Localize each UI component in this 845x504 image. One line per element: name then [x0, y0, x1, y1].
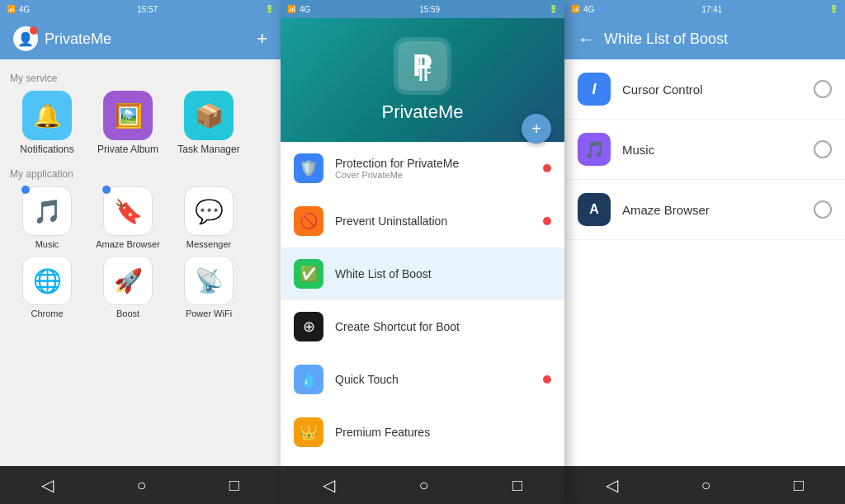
my-service-label: My service: [10, 73, 271, 84]
menu-item-protection[interactable]: 🛡️ Protection for PrivateMe Cover Privat…: [281, 142, 564, 195]
app-item-powerwifi[interactable]: 📡 Power WiFi: [172, 256, 246, 318]
time-p3: 17:41: [701, 5, 722, 14]
panel2-app-name: PrivateMe: [381, 101, 463, 123]
private-album-icon: 🖼️: [103, 91, 153, 140]
menu-item-quicktouch[interactable]: 💧 Quick Touch: [281, 353, 564, 406]
add-button-p2[interactable]: +: [522, 114, 551, 144]
task-manager-icon: 📦: [184, 91, 234, 140]
panel2-logo: P: [394, 37, 451, 95]
amaze-dot: [102, 186, 111, 194]
whitelist-content: I Cursor Control 🎵 Music A Amaze Browser: [564, 59, 845, 466]
panel2-wrapper: 📶 4G 15:59 🔋 P: [281, 0, 564, 504]
quicktouch-label: Quick Touch: [335, 373, 531, 386]
quicktouch-text-block: Quick Touch: [335, 373, 531, 386]
signal-icon-p3: 📶: [571, 5, 580, 13]
messenger-label: Messenger: [186, 239, 231, 249]
app-item-chrome[interactable]: 🌐 Chrome: [10, 256, 84, 318]
chrome-icon: 🌐: [22, 256, 72, 305]
shortcut-label: Create Shortcut for Boot: [335, 320, 551, 333]
whitelist-label: White List of Boost: [335, 267, 551, 280]
cursor-label: Cursor Control: [622, 82, 802, 97]
home-button-p3[interactable]: ○: [701, 476, 710, 495]
menu-item-help[interactable]: ❓ Help: [281, 459, 564, 466]
time-p1: 15:57: [137, 5, 158, 14]
back-button-p3-nav[interactable]: ◁: [606, 475, 618, 495]
amaze-wl-label: Amaze Browser: [622, 203, 802, 217]
prevent-dot: [543, 217, 551, 225]
notifications-label: Notifications: [20, 144, 73, 155]
statusbar-right-p3: 🔋: [829, 5, 838, 13]
app-item-private-album[interactable]: 🖼️ Private Album: [91, 91, 165, 155]
panel3-title: White List of Boost: [604, 31, 728, 48]
app-item-music[interactable]: 🎵 Music: [10, 186, 84, 249]
back-button-p1[interactable]: ◁: [41, 475, 54, 495]
boost-label: Boost: [116, 309, 139, 318]
navbar-panel2: ◁ ○ □: [281, 466, 564, 504]
music-wl-label: Music: [622, 143, 802, 157]
protection-icon: 🛡️: [294, 153, 323, 183]
premium-text-block: Premium Features: [335, 426, 551, 439]
signal-icon-p1: 📶: [7, 5, 16, 13]
app-item-amaze[interactable]: 🔖 Amaze Browser: [91, 186, 165, 249]
navbar-panel1: ◁ ○ □: [0, 466, 281, 504]
panel2-drawer: 📶 4G 15:59 🔋 P: [281, 0, 564, 504]
home-button-p2[interactable]: ○: [418, 476, 428, 495]
home-button-p1[interactable]: ○: [136, 476, 146, 495]
app-title: PrivateMe: [45, 31, 111, 48]
whitelist-item-amaze[interactable]: A Amaze Browser: [564, 180, 845, 240]
recents-button-p3[interactable]: □: [794, 476, 804, 495]
panel1-privateme: 📶 4G 15:57 🔋 👤 PrivateMe + My service 🔔 …: [0, 0, 281, 504]
shortcut-icon: ⊕: [294, 312, 323, 341]
panel3-whitelist: 📶 4G 17:41 🔋 ← White List of Boost I Cur…: [564, 0, 845, 504]
quicktouch-dot: [543, 375, 551, 384]
battery-icon-p2: 🔋: [549, 5, 558, 13]
statusbar-panel3: 📶 4G 17:41 🔋: [564, 0, 845, 18]
premium-label: Premium Features: [335, 426, 551, 439]
shortcut-text-block: Create Shortcut for Boot: [335, 320, 551, 333]
menu-item-premium[interactable]: 👑 Premium Features: [281, 406, 564, 459]
statusbar-panel2: 📶 4G 15:59 🔋: [281, 0, 564, 18]
menu-item-prevent[interactable]: 🚫 Prevent Uninstallation: [281, 195, 564, 247]
statusbar-panel1: 📶 4G 15:57 🔋: [0, 0, 281, 18]
menu-item-whitelist[interactable]: ✅ White List of Boost: [281, 247, 564, 300]
app-item-messenger[interactable]: 💬 Messenger: [172, 186, 246, 249]
signal-icon-p2: 📶: [287, 5, 296, 13]
app-item-boost[interactable]: 🚀 Boost: [91, 256, 165, 318]
panel3-header: ← White List of Boost: [564, 18, 845, 59]
avatar-dot: [30, 26, 38, 35]
prevent-text-block: Prevent Uninstallation: [335, 214, 531, 228]
music-radio[interactable]: [814, 140, 832, 158]
premium-icon: 👑: [294, 417, 323, 447]
protection-dot: [543, 164, 551, 172]
boost-icon: 🚀: [103, 256, 153, 305]
back-button-p2[interactable]: ◁: [323, 475, 335, 495]
recents-button-p2[interactable]: □: [512, 476, 522, 495]
recents-button-p1[interactable]: □: [229, 476, 239, 495]
cursor-radio[interactable]: [814, 80, 832, 98]
app-item-notifications[interactable]: 🔔 Notifications: [10, 91, 84, 155]
my-app-grid: 🎵 Music 🔖 Amaze Browser 💬 Messenger 🌐 Ch…: [10, 186, 271, 318]
chrome-label: Chrome: [31, 309, 63, 318]
music-dot: [21, 186, 30, 194]
music-icon: 🎵: [22, 186, 72, 236]
time-p2: 15:59: [419, 5, 440, 14]
network-p2: 4G: [300, 5, 310, 14]
messenger-icon: 💬: [184, 186, 234, 236]
statusbar-right-p1: 🔋: [265, 5, 274, 13]
add-button-p1[interactable]: +: [257, 28, 267, 49]
private-album-label: Private Album: [97, 144, 158, 155]
service-app-grid: 🔔 Notifications 🖼️ Private Album 📦 Task …: [10, 91, 271, 155]
menu-item-shortcut[interactable]: ⊕ Create Shortcut for Boot: [281, 300, 564, 353]
whitelist-item-music[interactable]: 🎵 Music: [564, 120, 845, 180]
whitelist-item-cursor[interactable]: I Cursor Control: [564, 59, 845, 120]
app-item-task-manager[interactable]: 📦 Task Manager: [172, 91, 246, 155]
amaze-radio[interactable]: [814, 200, 832, 219]
back-button-p3[interactable]: ←: [578, 30, 594, 49]
network-p1: 4G: [19, 5, 30, 14]
whitelist-text-block: White List of Boost: [335, 267, 551, 280]
whitelist-icon: ✅: [294, 259, 323, 289]
powerwifi-icon: 📡: [184, 256, 234, 305]
amaze-wl-icon: A: [578, 193, 611, 226]
amaze-label: Amaze Browser: [96, 239, 160, 249]
svg-text:P: P: [413, 49, 432, 82]
